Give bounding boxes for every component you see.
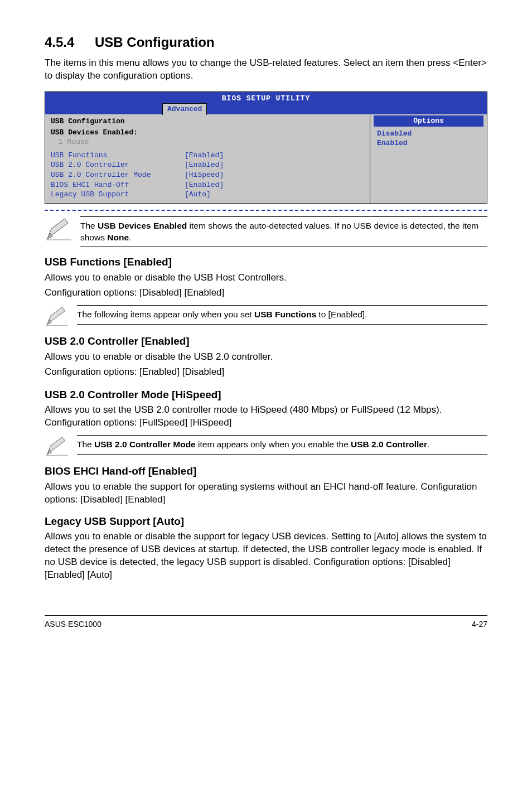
heading-legacy-usb: Legacy USB Support [Auto] xyxy=(45,514,487,529)
section-number: 4.5.4 xyxy=(45,33,95,51)
bios-tab-advanced[interactable]: Advanced xyxy=(162,103,207,115)
bios-setting-value: [Enabled] xyxy=(185,160,224,170)
bios-setting-key: BIOS EHCI Hand-Off xyxy=(51,180,185,190)
bios-setting-row[interactable]: USB 2.0 Controller [Enabled] xyxy=(51,160,364,170)
bios-setting-value: [Auto] xyxy=(185,190,211,200)
bios-option-item[interactable]: Disabled xyxy=(370,129,487,139)
page-footer: ASUS ESC1000 4-27 xyxy=(45,615,487,630)
paragraph: Allows you to set the USB 2.0 controller… xyxy=(45,404,487,429)
bios-utility-title: BIOS SETUP UTILITY xyxy=(45,92,487,104)
bios-devices-label: USB Devices Enabled: xyxy=(51,128,364,138)
bios-setting-row[interactable]: BIOS EHCI Hand-Off [Enabled] xyxy=(51,180,364,190)
bios-header: BIOS SETUP UTILITY Advanced xyxy=(45,92,487,114)
bios-setting-key: Legacy USB Support xyxy=(51,190,185,200)
section-heading: 4.5.4USB Configuration xyxy=(45,33,487,51)
bios-setting-key: USB 2.0 Controller Mode xyxy=(51,170,185,180)
pencil-icon xyxy=(45,435,69,456)
intro-paragraph: The items in this menu allows you to cha… xyxy=(45,57,487,83)
paragraph: Allows you to enable or disable the USB … xyxy=(45,272,487,284)
bios-cutoff-line xyxy=(45,210,487,211)
bios-main-area: USB Configuration USB Devices Enabled: 1… xyxy=(45,114,370,202)
heading-usb20-mode: USB 2.0 Controller Mode [HiSpeed] xyxy=(45,388,487,402)
bios-options-header: Options xyxy=(374,115,483,127)
note-text: The following items appear only when you… xyxy=(77,305,487,325)
paragraph: Allows you to enable the support for ope… xyxy=(45,481,487,506)
bios-setting-row[interactable]: USB Functions [Enabled] xyxy=(51,151,364,161)
pencil-icon xyxy=(45,305,69,326)
bios-setting-row[interactable]: Legacy USB Support [Auto] xyxy=(51,190,364,200)
footer-left: ASUS ESC1000 xyxy=(45,619,101,630)
paragraph: Allows you to enable or disable the supp… xyxy=(45,530,487,582)
note-text: The USB Devices Enabled item shows the a… xyxy=(80,216,487,248)
note-block: The USB 2.0 Controller Mode item appears… xyxy=(45,435,487,456)
note-text: The USB 2.0 Controller Mode item appears… xyxy=(77,435,487,455)
bios-setting-key: USB 2.0 Controller xyxy=(51,160,185,170)
paragraph: Configuration options: [Disabled] [Enabl… xyxy=(45,287,487,299)
heading-ehci: BIOS EHCI Hand-off [Enabled] xyxy=(45,464,487,479)
bios-panel-title: USB Configuration xyxy=(51,117,364,127)
note-block: The following items appear only when you… xyxy=(45,305,487,326)
section-title: USB Configuration xyxy=(95,35,215,50)
footer-right: 4-27 xyxy=(472,619,487,630)
heading-usb-functions: USB Functions [Enabled] xyxy=(45,255,487,269)
bios-setting-value: [Enabled] xyxy=(185,151,224,161)
pencil-icon xyxy=(45,216,72,241)
bios-option-item[interactable]: Enabled xyxy=(370,138,487,148)
paragraph: Configuration options: [Enabled] [Disabl… xyxy=(45,366,487,379)
bios-options-pane: Options Disabled Enabled xyxy=(370,114,487,202)
bios-setting-value: [Enabled] xyxy=(185,180,224,190)
bios-setting-row[interactable]: USB 2.0 Controller Mode [HiSpeed] xyxy=(51,170,364,180)
paragraph: Allows you to enable or disable the USB … xyxy=(45,351,487,364)
heading-usb20-controller: USB 2.0 Controller [Enabled] xyxy=(45,334,487,349)
bios-setting-key: USB Functions xyxy=(51,151,185,161)
bios-panel: BIOS SETUP UTILITY Advanced USB Configur… xyxy=(45,91,487,203)
bios-setting-value: [HiSpeed] xyxy=(185,170,224,180)
note-block: The USB Devices Enabled item shows the a… xyxy=(45,216,487,248)
bios-devices-value: 1 Mouse xyxy=(51,137,364,147)
